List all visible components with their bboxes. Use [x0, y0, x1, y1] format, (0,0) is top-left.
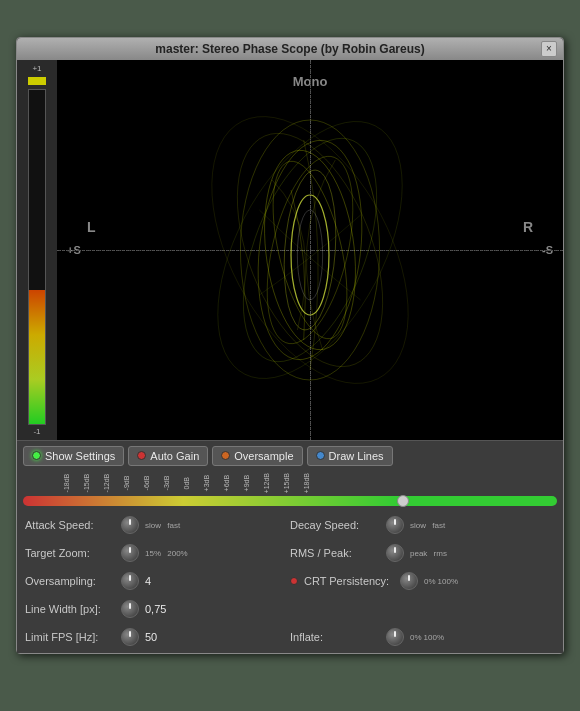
svg-point-0 — [240, 120, 379, 380]
db-label-3: -9dB — [123, 473, 143, 493]
target-zoom-range: 15% 200% — [145, 549, 188, 558]
vu-bar-container — [28, 89, 46, 425]
db-label-8: +6dB — [223, 473, 243, 493]
vu-bar-fill — [29, 290, 45, 424]
limit-fps-knob[interactable] — [121, 628, 139, 646]
attack-speed-knob[interactable] — [121, 516, 139, 534]
window-title: master: Stereo Phase Scope (by Robin Gar… — [155, 42, 424, 56]
inflate-row: Inflate: 0% 100% — [290, 625, 555, 649]
svg-point-3 — [252, 151, 368, 349]
crt-label: CRT Persistency: — [304, 575, 394, 587]
inflate-knob[interactable] — [386, 628, 404, 646]
line-width-value: 0,75 — [145, 603, 166, 615]
close-button[interactable]: × — [541, 41, 557, 57]
inflate-range: 0% 100% — [410, 633, 444, 642]
svg-point-7 — [279, 169, 340, 331]
rms-peak-knob[interactable] — [386, 544, 404, 562]
db-label-9: +9dB — [243, 473, 263, 493]
db-label-10: +12dB — [263, 473, 283, 493]
draw-lines-button[interactable]: Draw Lines — [307, 446, 393, 466]
level-slider-track[interactable] — [23, 496, 557, 506]
db-label-4: -6dB — [143, 473, 163, 493]
button-row: Show Settings Auto Gain Oversample Draw … — [17, 440, 563, 471]
inflate-min: 0% — [410, 633, 422, 642]
rms-peak-label: RMS / Peak: — [290, 547, 380, 559]
decay-speed-range: slow fast — [410, 521, 445, 530]
line-width-row: Line Width [px]: 0,75 — [25, 597, 290, 621]
db-label-6: 0dB — [183, 473, 203, 493]
target-zoom-min: 15% — [145, 549, 161, 558]
oversampling-label: Oversampling: — [25, 575, 115, 587]
inflate-max: 100% — [424, 633, 444, 642]
decay-speed-knob[interactable] — [386, 516, 404, 534]
show-settings-led — [32, 451, 41, 460]
target-zoom-knob[interactable] — [121, 544, 139, 562]
settings-panel: Attack Speed: slow fast Decay Speed: slo… — [17, 509, 563, 653]
decay-speed-max: fast — [432, 521, 445, 530]
auto-gain-label: Auto Gain — [150, 450, 199, 462]
vu-meter: +1 -1 — [17, 60, 57, 440]
level-slider-thumb[interactable] — [397, 495, 409, 507]
crt-min: 0% — [424, 577, 436, 586]
auto-gain-button[interactable]: Auto Gain — [128, 446, 208, 466]
limit-fps-row: Limit FPS [Hz]: 50 — [25, 625, 290, 649]
vu-indicator — [28, 77, 46, 85]
decay-speed-min: slow — [410, 521, 426, 530]
phase-scope-display: Mono +S -S L R — [57, 60, 563, 440]
plugin-window: master: Stereo Phase Scope (by Robin Gar… — [16, 37, 564, 654]
rms-peak-max: rms — [434, 549, 447, 558]
scope-area: +1 -1 Mono +S -S L R — [17, 60, 563, 440]
draw-lines-led — [316, 451, 325, 460]
attack-speed-min: slow — [145, 521, 161, 530]
crt-knob[interactable] — [400, 572, 418, 590]
target-zoom-label: Target Zoom: — [25, 547, 115, 559]
rms-peak-range: peak rms — [410, 549, 447, 558]
inflate-label: Inflate: — [290, 631, 380, 643]
draw-lines-label: Draw Lines — [329, 450, 384, 462]
svg-point-6 — [210, 121, 411, 379]
vu-top-label: +1 — [32, 64, 41, 73]
lissajous-display — [57, 60, 563, 440]
db-label-2: -12dB — [103, 473, 123, 493]
show-settings-label: Show Settings — [45, 450, 115, 462]
db-label-12: +18dB — [303, 473, 323, 493]
crt-persistency-row: CRT Persistency: 0% 100% — [290, 569, 555, 593]
oversampling-row: Oversampling: 4 — [25, 569, 290, 593]
target-zoom-max: 200% — [167, 549, 187, 558]
empty-row-right — [290, 597, 555, 621]
line-width-label: Line Width [px]: — [25, 603, 115, 615]
db-label-7: +3dB — [203, 473, 223, 493]
db-label-11: +15dB — [283, 473, 303, 493]
db-label-0: -18dB — [63, 473, 83, 493]
attack-speed-label: Attack Speed: — [25, 519, 115, 531]
level-slider-row — [17, 493, 563, 509]
decay-speed-row: Decay Speed: slow fast — [290, 513, 555, 537]
svg-point-10 — [291, 195, 329, 315]
crt-range: 0% 100% — [424, 577, 458, 586]
oversampling-value: 4 — [145, 575, 151, 587]
attack-speed-row: Attack Speed: slow fast — [25, 513, 290, 537]
target-zoom-row: Target Zoom: 15% 200% — [25, 541, 290, 565]
db-label-1: -15dB — [83, 473, 103, 493]
auto-gain-led — [137, 451, 146, 460]
oversample-led — [221, 451, 230, 460]
db-label-5: -3dB — [163, 473, 183, 493]
crt-max: 100% — [438, 577, 458, 586]
limit-fps-value: 50 — [145, 631, 157, 643]
oversample-button[interactable]: Oversample — [212, 446, 302, 466]
rms-peak-min: peak — [410, 549, 427, 558]
line-width-knob[interactable] — [121, 600, 139, 618]
crt-led — [290, 577, 298, 585]
titlebar: master: Stereo Phase Scope (by Robin Gar… — [17, 38, 563, 60]
oversample-label: Oversample — [234, 450, 293, 462]
decay-speed-label: Decay Speed: — [290, 519, 380, 531]
vu-bottom-label: -1 — [33, 427, 40, 436]
rms-peak-row: RMS / Peak: peak rms — [290, 541, 555, 565]
show-settings-button[interactable]: Show Settings — [23, 446, 124, 466]
attack-speed-max: fast — [167, 521, 180, 530]
db-scale-row: -18dB -15dB -12dB -9dB -6dB -3dB 0dB +3d… — [17, 471, 563, 493]
limit-fps-label: Limit FPS [Hz]: — [25, 631, 115, 643]
oversampling-knob[interactable] — [121, 572, 139, 590]
attack-speed-range: slow fast — [145, 521, 180, 530]
